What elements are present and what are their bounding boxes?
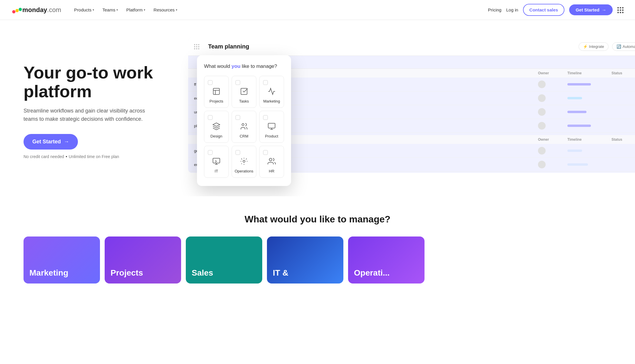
modal-grid: Projects Tasks Marketing	[204, 76, 284, 178]
modal-item-design[interactable]: Design	[204, 111, 229, 143]
pricing-link[interactable]: Pricing	[488, 7, 502, 12]
chevron-down-icon: ▾	[176, 8, 177, 11]
it-icon	[211, 156, 222, 167]
integrate-button[interactable]: ⚡ Integrate	[579, 42, 609, 51]
get-started-nav-button[interactable]: Get Started →	[569, 4, 613, 15]
hero-section: Your go-to work platform Streamline work…	[0, 20, 635, 196]
hero-visual: Team planning ⚡ Integrate 🔄 Automate / 2…	[188, 38, 611, 184]
product-icon	[266, 121, 277, 132]
login-link[interactable]: Log in	[506, 7, 518, 12]
svg-rect-8	[268, 123, 275, 128]
checkbox-hr[interactable]	[263, 150, 268, 155]
operations-icon	[239, 156, 249, 167]
projects-icon	[211, 86, 222, 97]
svg-point-2	[19, 8, 22, 11]
design-icon	[211, 121, 222, 132]
modal-item-marketing[interactable]: Marketing	[259, 76, 284, 108]
navbar-right: Pricing Log in Contact sales Get Started…	[488, 4, 623, 16]
marketing-icon	[266, 86, 277, 97]
svg-point-0	[12, 10, 16, 13]
svg-point-11	[269, 158, 272, 161]
svg-rect-9	[213, 158, 220, 163]
svg-point-7	[242, 124, 244, 126]
timeline-bar	[567, 83, 591, 85]
checkbox-design[interactable]	[208, 115, 213, 120]
svg-point-10	[243, 160, 245, 162]
category-card-projects[interactable]: Projects	[105, 236, 181, 284]
navbar: monday.com Products ▾ Teams ▾ Platform ▾…	[0, 0, 635, 20]
svg-rect-6	[241, 88, 247, 95]
manage-modal: What would you like to manage? Projects …	[197, 55, 291, 186]
avatar	[538, 161, 546, 168]
timeline-bar	[567, 150, 582, 152]
modal-item-it[interactable]: IT	[204, 146, 229, 178]
avatar	[538, 108, 546, 116]
avatar	[538, 147, 546, 155]
bottom-section: What would you like to manage? Marketing…	[0, 196, 635, 295]
checkbox-crm[interactable]	[235, 115, 240, 120]
svg-point-1	[16, 9, 19, 12]
arrow-icon: →	[64, 139, 69, 145]
automate-button[interactable]: 🔄 Automate / 2	[612, 42, 635, 51]
checkbox-operations[interactable]	[235, 150, 240, 155]
timeline-bar	[567, 97, 582, 99]
avatar	[538, 94, 546, 102]
navbar-left: monday.com Products ▾ Teams ▾ Platform ▾…	[12, 5, 181, 15]
modal-item-hr[interactable]: HR	[259, 146, 284, 178]
dashboard-actions: ⚡ Integrate 🔄 Automate / 2 ••• +	[579, 42, 635, 51]
crm-icon	[239, 121, 249, 132]
svg-rect-3	[213, 88, 220, 95]
nav-resources[interactable]: Resources ▾	[150, 5, 181, 15]
apps-grid-icon[interactable]	[617, 7, 623, 13]
timeline-bar	[567, 111, 586, 113]
dashboard-header: Team planning ⚡ Integrate 🔄 Automate / 2…	[188, 38, 635, 56]
contact-sales-button[interactable]: Contact sales	[523, 4, 565, 16]
dot-separator	[66, 156, 67, 157]
hero-content: Your go-to work platform Streamline work…	[24, 63, 171, 159]
category-cards-row: Marketing Projects Sales IT & Operati...	[24, 236, 611, 284]
chevron-down-icon: ▾	[93, 8, 94, 11]
dashboard-title: Team planning	[208, 43, 249, 50]
category-card-it[interactable]: IT &	[267, 236, 343, 284]
hero-subtitle: Streamline workflows and gain clear visi…	[24, 107, 147, 124]
arrow-icon: →	[602, 7, 606, 12]
nav-teams[interactable]: Teams ▾	[99, 5, 121, 15]
category-card-sales[interactable]: Sales	[186, 236, 262, 284]
modal-item-product[interactable]: Product	[259, 111, 284, 143]
section-title: What would you like to manage?	[24, 214, 611, 225]
checkbox-tasks[interactable]	[235, 80, 240, 85]
hr-icon	[266, 156, 277, 167]
category-card-marketing[interactable]: Marketing	[24, 236, 100, 284]
avatar	[538, 80, 546, 88]
modal-item-crm[interactable]: CRM	[232, 111, 256, 143]
timeline-bar	[567, 125, 591, 127]
checkbox-projects[interactable]	[208, 80, 213, 85]
logo[interactable]: monday.com	[12, 5, 61, 15]
checkbox-product[interactable]	[263, 115, 268, 120]
modal-question: What would you like to manage?	[204, 63, 284, 69]
nav-items: Products ▾ Teams ▾ Platform ▾ Resources …	[71, 5, 181, 15]
modal-item-operations[interactable]: Operations	[232, 146, 256, 178]
chevron-down-icon: ▾	[144, 8, 145, 11]
hero-note: No credit card needed Unlimited time on …	[24, 154, 171, 159]
hero-get-started-button[interactable]: Get Started →	[24, 134, 78, 150]
tasks-icon	[239, 86, 249, 97]
chevron-down-icon: ▾	[116, 8, 118, 11]
logo-icon	[12, 5, 22, 15]
avatar	[538, 122, 546, 130]
logo-brand: monday.com	[22, 6, 61, 14]
checkbox-marketing[interactable]	[263, 80, 268, 85]
timeline-bar	[567, 163, 588, 166]
checkbox-it[interactable]	[208, 150, 213, 155]
hero-title: Your go-to work platform	[24, 63, 171, 101]
nav-platform[interactable]: Platform ▾	[123, 5, 149, 15]
category-card-operations[interactable]: Operati...	[348, 236, 425, 284]
nav-products[interactable]: Products ▾	[71, 5, 98, 15]
modal-item-projects[interactable]: Projects	[204, 76, 229, 108]
modal-item-tasks[interactable]: Tasks	[232, 76, 256, 108]
